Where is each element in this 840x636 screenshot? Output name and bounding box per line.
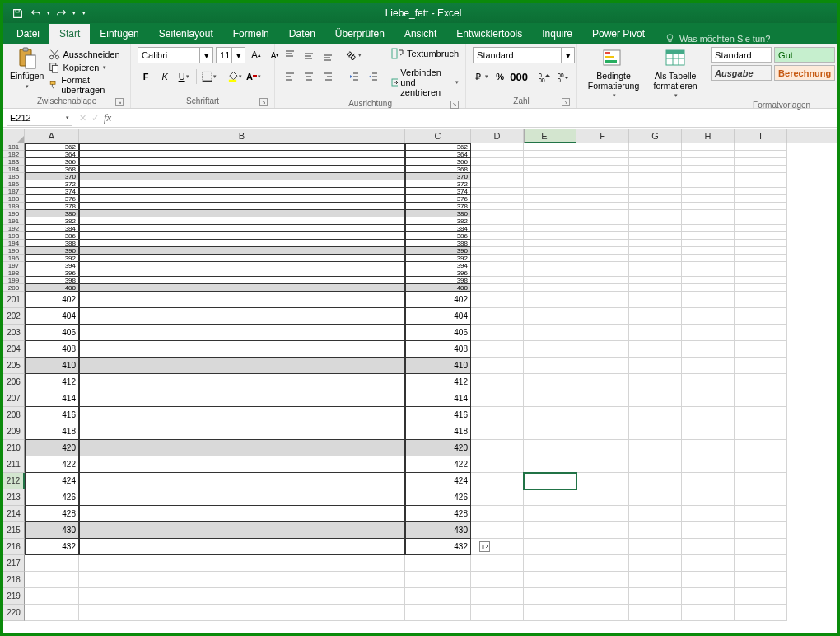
cell[interactable] <box>471 255 524 262</box>
cell[interactable] <box>735 269 787 277</box>
border-button[interactable]: ▾ <box>201 68 217 85</box>
cell[interactable] <box>629 232 682 240</box>
cell[interactable] <box>524 423 576 440</box>
dialog-launcher-icon[interactable]: ↘ <box>115 98 124 106</box>
fill-color-button[interactable]: ▾ <box>226 68 243 85</box>
cell[interactable] <box>79 195 405 203</box>
cell[interactable] <box>682 195 735 203</box>
cell[interactable] <box>471 173 524 180</box>
cell[interactable] <box>79 173 405 180</box>
cell[interactable] <box>25 605 79 621</box>
cell[interactable] <box>735 489 787 506</box>
column-header-D[interactable]: D <box>471 129 524 143</box>
cell[interactable] <box>682 277 735 284</box>
cell[interactable] <box>735 325 787 341</box>
cell[interactable] <box>576 522 629 539</box>
cell[interactable] <box>471 374 524 390</box>
row-header[interactable]: 200 <box>3 284 25 292</box>
row-header[interactable]: 212 <box>3 473 25 489</box>
cell[interactable] <box>629 358 682 374</box>
cell[interactable] <box>524 262 576 269</box>
cell[interactable] <box>576 358 629 374</box>
cell[interactable]: 408 <box>405 341 471 358</box>
cell[interactable] <box>735 341 787 358</box>
cell[interactable] <box>79 232 405 240</box>
cell[interactable] <box>735 588 787 605</box>
column-header-C[interactable]: C <box>405 129 471 143</box>
cell[interactable] <box>79 440 405 456</box>
cell[interactable] <box>471 166 524 173</box>
cell[interactable] <box>471 232 524 240</box>
row-header[interactable]: 214 <box>3 506 25 522</box>
cell[interactable] <box>524 225 576 232</box>
cell[interactable]: 406 <box>405 325 471 341</box>
cell[interactable] <box>629 269 682 277</box>
cell[interactable]: 368 <box>25 166 79 173</box>
cell[interactable] <box>524 188 576 195</box>
cell[interactable] <box>524 173 576 180</box>
cell[interactable] <box>471 217 524 225</box>
redo-icon[interactable] <box>54 6 68 21</box>
cell[interactable]: 432 <box>405 539 471 555</box>
cell[interactable] <box>629 473 682 489</box>
cell[interactable]: 368 <box>405 166 471 173</box>
font-name-select[interactable]: Calibri▾ <box>138 47 213 63</box>
row-header[interactable]: 213 <box>3 489 25 506</box>
row-header[interactable]: 205 <box>3 358 25 374</box>
cell[interactable] <box>471 277 524 284</box>
cell[interactable] <box>471 423 524 440</box>
cell[interactable] <box>629 292 682 308</box>
tab-seitenlayout[interactable]: Seitenlayout <box>149 24 223 44</box>
cell[interactable] <box>471 247 524 255</box>
cell[interactable] <box>735 506 787 522</box>
cell[interactable] <box>682 489 735 506</box>
cell[interactable] <box>735 308 787 325</box>
cell[interactable] <box>79 277 405 284</box>
cell[interactable] <box>576 195 629 203</box>
cell[interactable] <box>576 588 629 605</box>
cell[interactable] <box>629 390 682 407</box>
cell[interactable]: 428 <box>25 506 79 522</box>
cell[interactable] <box>471 390 524 407</box>
cell[interactable] <box>682 555 735 572</box>
cell[interactable] <box>629 203 682 210</box>
cell[interactable] <box>576 390 629 407</box>
cell[interactable]: 388 <box>405 240 471 247</box>
cell[interactable] <box>735 262 787 269</box>
cell[interactable] <box>735 473 787 489</box>
cell[interactable] <box>524 506 576 522</box>
cell[interactable] <box>79 325 405 341</box>
cell[interactable] <box>471 325 524 341</box>
cell[interactable] <box>576 225 629 232</box>
cell[interactable] <box>682 188 735 195</box>
cell[interactable] <box>682 407 735 423</box>
cell[interactable] <box>471 308 524 325</box>
cell[interactable] <box>682 217 735 225</box>
cell[interactable] <box>79 456 405 473</box>
cell[interactable] <box>629 143 682 151</box>
cell[interactable] <box>524 341 576 358</box>
cell[interactable]: 422 <box>405 456 471 473</box>
cell[interactable]: 418 <box>405 423 471 440</box>
cell[interactable] <box>682 203 735 210</box>
cell[interactable] <box>576 572 629 588</box>
cell[interactable] <box>79 151 405 158</box>
cell[interactable]: 384 <box>25 225 79 232</box>
cell[interactable]: 416 <box>405 407 471 423</box>
cell[interactable] <box>79 180 405 188</box>
cell[interactable] <box>524 440 576 456</box>
cell[interactable] <box>524 522 576 539</box>
cell[interactable] <box>682 358 735 374</box>
merge-center-button[interactable]: Verbinden und zentrieren▾ <box>391 68 459 97</box>
cell[interactable]: 412 <box>405 374 471 390</box>
cell[interactable] <box>79 308 405 325</box>
undo-icon[interactable] <box>28 6 43 21</box>
column-header-G[interactable]: G <box>629 129 682 143</box>
row-header[interactable]: 207 <box>3 390 25 407</box>
cell[interactable] <box>576 605 629 621</box>
cell[interactable] <box>79 269 405 277</box>
cell[interactable] <box>471 143 524 151</box>
font-size-select[interactable]: 11▾ <box>216 47 245 63</box>
conditional-formatting-button[interactable]: Bedingte Formatierung▾ <box>584 47 643 99</box>
format-painter-button[interactable]: Format übertragen <box>49 75 124 95</box>
